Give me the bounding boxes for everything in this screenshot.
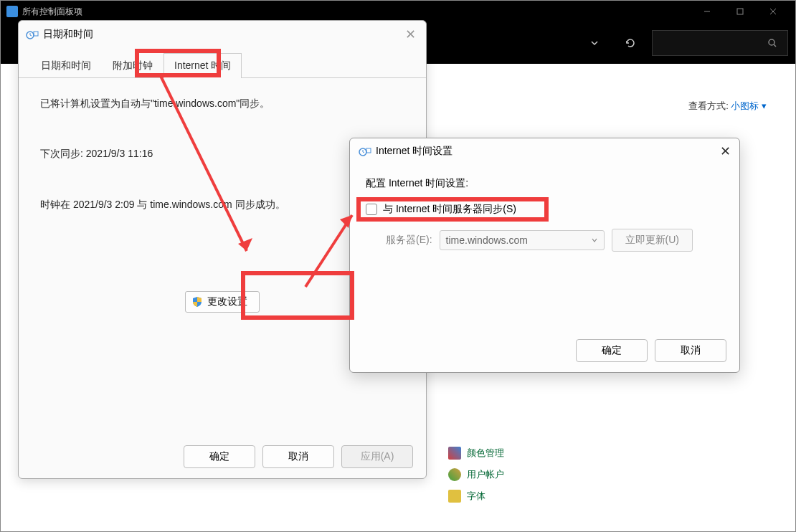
color-management-icon	[448, 447, 461, 460]
svg-line-8	[30, 35, 32, 36]
dt-title: 日期和时间	[43, 28, 93, 41]
main-titlebar: 所有控制面板项	[1, 1, 795, 22]
svg-line-5	[774, 44, 776, 47]
chevron-down-icon[interactable]	[580, 30, 609, 56]
cancel-button[interactable]: 取消	[655, 339, 726, 362]
apply-button[interactable]: 应用(A)	[341, 445, 413, 468]
change-settings-label: 更改设置	[207, 295, 247, 308]
tab-additional-clocks[interactable]: 附加时钟	[102, 53, 164, 78]
svg-rect-13	[366, 148, 371, 153]
svg-rect-9	[34, 32, 38, 36]
tab-date-time[interactable]: 日期和时间	[30, 53, 102, 78]
control-panel-icon	[6, 6, 18, 17]
its-body: 配置 Internet 时间设置: 与 Internet 时间服务器同步(S) …	[350, 164, 739, 265]
server-label: 服务器(E):	[386, 234, 432, 247]
ok-button[interactable]: 确定	[184, 445, 255, 468]
close-icon[interactable]: ✕	[720, 143, 731, 159]
dt-titlebar: 日期和时间 ✕	[19, 21, 426, 48]
shield-icon	[191, 296, 203, 308]
dt-sync-info: 已将计算机设置为自动与"time.windows.com"同步。	[40, 95, 404, 111]
its-config-label: 配置 Internet 时间设置:	[366, 177, 724, 190]
its-server-row: 服务器(E): time.windows.com 立即更新(U)	[386, 229, 724, 252]
main-title: 所有控制面板项	[22, 6, 82, 18]
refresh-button[interactable]	[616, 30, 645, 56]
cp-link-label: 颜色管理	[467, 447, 504, 460]
window-controls	[691, 1, 790, 22]
its-titlebar: Internet 时间设置 ✕	[350, 138, 739, 164]
cp-links: 颜色管理 用户帐户 字体	[448, 447, 504, 503]
cp-link-color-management[interactable]: 颜色管理	[448, 447, 504, 460]
sync-checkbox[interactable]	[366, 204, 377, 215]
change-settings-button[interactable]: 更改设置	[185, 291, 260, 313]
cp-link-user-accounts[interactable]: 用户帐户	[448, 468, 504, 481]
tab-internet-time[interactable]: Internet 时间	[164, 53, 242, 78]
maximize-button[interactable]	[724, 1, 757, 22]
its-sync-checkbox-row[interactable]: 与 Internet 时间服务器同步(S)	[366, 203, 724, 216]
dt-tabs: 日期和时间 附加时钟 Internet 时间	[19, 52, 426, 78]
svg-rect-1	[737, 9, 743, 14]
view-mode: 查看方式: 小图标 ▾	[688, 100, 767, 113]
search-icon	[767, 38, 777, 48]
sync-checkbox-label: 与 Internet 时间服务器同步(S)	[383, 203, 516, 216]
cp-link-fonts[interactable]: 字体	[448, 490, 504, 503]
close-icon[interactable]: ✕	[402, 27, 419, 42]
view-mode-link[interactable]: 小图标 ▾	[731, 100, 767, 111]
internet-time-settings-dialog: Internet 时间设置 ✕ 配置 Internet 时间设置: 与 Inte…	[349, 138, 740, 373]
view-mode-label: 查看方式:	[688, 100, 729, 111]
fonts-icon	[448, 490, 461, 503]
cp-link-label: 用户帐户	[467, 468, 504, 481]
ok-button[interactable]: 确定	[576, 339, 648, 362]
clock-icon	[26, 29, 39, 40]
svg-point-4	[769, 39, 774, 45]
server-select[interactable]: time.windows.com	[440, 230, 605, 250]
search-input[interactable]	[652, 30, 788, 56]
dt-footer: 确定 取消 应用(A)	[19, 435, 426, 478]
close-button[interactable]	[757, 1, 790, 22]
svg-line-12	[363, 152, 364, 153]
cancel-button[interactable]: 取消	[262, 445, 334, 468]
server-value: time.windows.com	[446, 234, 528, 246]
its-footer: 确定 取消	[350, 329, 739, 372]
update-now-button[interactable]: 立即更新(U)	[612, 229, 693, 252]
cp-link-label: 字体	[467, 490, 485, 503]
clock-icon	[359, 146, 371, 157]
its-title: Internet 时间设置	[376, 145, 453, 158]
user-accounts-icon	[448, 468, 461, 481]
chevron-down-icon	[591, 237, 598, 244]
minimize-button[interactable]	[691, 1, 724, 22]
